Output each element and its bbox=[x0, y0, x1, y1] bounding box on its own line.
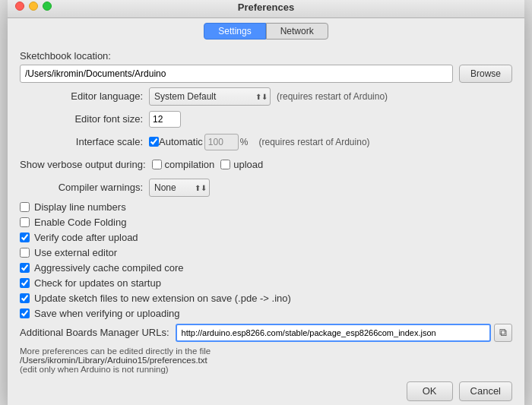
verbose-output-row: Show verbose output during: compilation … bbox=[20, 156, 512, 174]
verbose-output-label: Show verbose output during: bbox=[20, 159, 152, 170]
editor-language-note: (requires restart of Arduino) bbox=[277, 91, 388, 102]
checkbox-row-update-sketch: Update sketch files to new extension on … bbox=[20, 293, 512, 304]
maximize-button[interactable] bbox=[43, 2, 52, 11]
additional-boards-row: Additional Boards Manager URLs: ⧉ bbox=[20, 324, 512, 342]
check-updates-label: Check for updates on startup bbox=[34, 277, 161, 289]
display-line-numbers-checkbox[interactable] bbox=[20, 202, 30, 212]
tabs-bar: Settings Network bbox=[8, 18, 524, 43]
sketchbook-path-row: Browse bbox=[20, 65, 512, 83]
more-prefs-note: More preferences can be edited directly … bbox=[20, 346, 512, 374]
checkboxes-section: Display line numbers Enable Code Folding… bbox=[20, 201, 512, 319]
tab-network[interactable]: Network bbox=[266, 23, 328, 40]
automatic-checkbox[interactable] bbox=[149, 137, 159, 147]
tab-settings[interactable]: Settings bbox=[204, 23, 265, 40]
additional-boards-label: Additional Boards Manager URLs: bbox=[20, 327, 169, 338]
more-prefs-edit-note: (edit only when Arduino is not running) bbox=[20, 365, 169, 374]
sketchbook-location-row: Sketchbook location: Browse bbox=[20, 50, 512, 83]
update-sketch-label: Update sketch files to new extension on … bbox=[34, 293, 291, 304]
scale-note: (requires restart of Arduino) bbox=[258, 137, 369, 147]
external-editor-label: Use external editor bbox=[34, 247, 117, 258]
checkbox-row-display-line-numbers: Display line numbers bbox=[20, 201, 512, 213]
enable-code-folding-checkbox[interactable] bbox=[20, 217, 30, 227]
compilation-checkbox[interactable] bbox=[152, 160, 162, 169]
automatic-label: Automatic bbox=[159, 136, 203, 147]
editor-language-label: Editor language: bbox=[20, 90, 149, 102]
display-line-numbers-label: Display line numbers bbox=[34, 201, 126, 213]
settings-content: Sketchbook location: Browse Editor langu… bbox=[8, 43, 524, 406]
compiler-warnings-select[interactable]: None bbox=[149, 179, 210, 197]
sketchbook-path-input[interactable] bbox=[20, 65, 453, 83]
editor-font-size-label: Editor font size: bbox=[20, 113, 149, 125]
additional-boards-url-input[interactable] bbox=[176, 324, 491, 342]
preferences-window: Preferences Settings Network Sketchbook … bbox=[8, 0, 524, 405]
editor-font-size-input[interactable] bbox=[149, 111, 181, 128]
compiler-warnings-label: Compiler warnings: bbox=[20, 182, 149, 193]
checkbox-row-aggressively-cache: Aggressively cache compiled core bbox=[20, 262, 512, 274]
close-button[interactable] bbox=[15, 2, 24, 11]
verify-code-label: Verify code after upload bbox=[34, 232, 138, 243]
sketchbook-label: Sketchbook location: bbox=[20, 50, 111, 62]
window-title: Preferences bbox=[238, 2, 294, 13]
checkbox-row-external-editor: Use external editor bbox=[20, 247, 512, 258]
save-verifying-label: Save when verifying or uploading bbox=[34, 308, 180, 319]
aggressively-cache-label: Aggressively cache compiled core bbox=[34, 262, 184, 274]
checkbox-row-save-verifying: Save when verifying or uploading bbox=[20, 308, 512, 319]
check-updates-checkbox[interactable] bbox=[20, 278, 30, 288]
verify-code-checkbox[interactable] bbox=[20, 233, 30, 242]
more-prefs-line1: More preferences can be edited directly … bbox=[20, 346, 211, 356]
cancel-button[interactable]: Cancel bbox=[459, 381, 512, 401]
upload-label: upload bbox=[233, 159, 263, 170]
interface-scale-label: Interface scale: bbox=[20, 136, 149, 147]
compilation-label: compilation bbox=[165, 159, 215, 170]
traffic-lights bbox=[15, 2, 52, 11]
enable-code-folding-label: Enable Code Folding bbox=[34, 217, 126, 228]
more-prefs-path: /Users/ikromin/Library/Arduino15/prefere… bbox=[20, 356, 207, 365]
checkbox-row-enable-code-folding: Enable Code Folding bbox=[20, 217, 512, 228]
aggressively-cache-checkbox[interactable] bbox=[20, 263, 30, 273]
upload-group: upload bbox=[220, 159, 263, 170]
footer-row: OK Cancel bbox=[20, 381, 512, 401]
compiler-warnings-select-wrapper: None ⬆⬇ bbox=[149, 179, 210, 197]
editor-language-select-wrapper: System Default ⬆⬇ bbox=[149, 87, 271, 106]
checkbox-row-verify-code: Verify code after upload bbox=[20, 232, 512, 243]
verbose-controls: compilation upload bbox=[152, 159, 264, 170]
compilation-group: compilation bbox=[152, 159, 215, 170]
interface-scale-row: Interface scale: Automatic % (requires r… bbox=[20, 133, 512, 151]
minimize-button[interactable] bbox=[29, 2, 38, 11]
scale-percent-input bbox=[204, 134, 239, 150]
external-editor-checkbox[interactable] bbox=[20, 248, 30, 258]
ok-button[interactable]: OK bbox=[407, 381, 453, 401]
scale-controls: Automatic % (requires restart of Arduino… bbox=[149, 134, 370, 150]
browse-button[interactable]: Browse bbox=[459, 65, 512, 83]
editor-language-select[interactable]: System Default bbox=[149, 87, 271, 106]
editor-language-row: Editor language: System Default ⬆⬇ (requ… bbox=[20, 87, 512, 106]
titlebar: Preferences bbox=[8, 0, 524, 18]
editor-font-size-row: Editor font size: bbox=[20, 110, 512, 128]
update-sketch-checkbox[interactable] bbox=[20, 293, 30, 303]
save-verifying-checkbox[interactable] bbox=[20, 308, 30, 318]
url-edit-button[interactable]: ⧉ bbox=[494, 324, 512, 342]
compiler-warnings-row: Compiler warnings: None ⬆⬇ bbox=[20, 179, 512, 197]
percent-sign: % bbox=[240, 137, 249, 147]
checkbox-row-check-updates: Check for updates on startup bbox=[20, 277, 512, 289]
upload-checkbox[interactable] bbox=[220, 160, 230, 169]
